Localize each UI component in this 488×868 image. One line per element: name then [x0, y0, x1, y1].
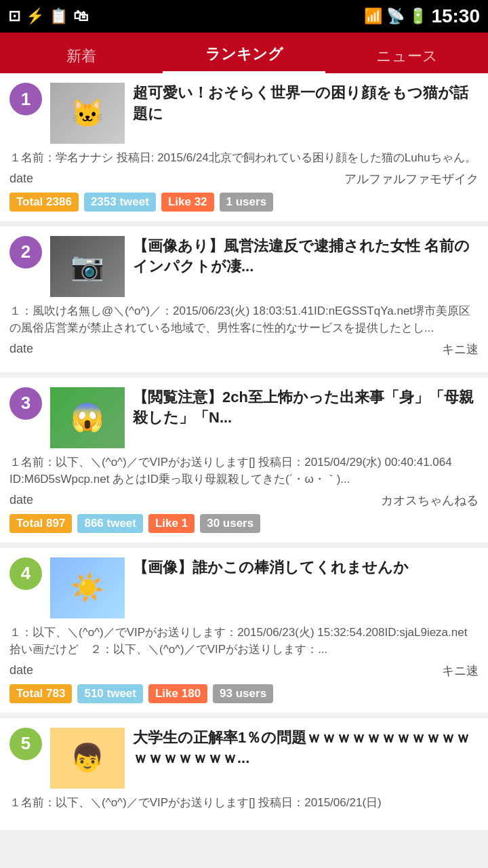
article-list: 1 🐱 超可愛い！おそらく世界一の困り顔をもつ猫が話題に １名前：学名ナナシ 投… — [0, 73, 488, 830]
article-source: キニ速 — [442, 341, 479, 357]
article-header: 1 🐱 超可愛い！おそらく世界一の困り顔をもつ猫が話題に — [9, 83, 479, 144]
article-body: １：以下、＼(^o^)／でVIPがお送りします：2015/06/23(火) 15… — [9, 624, 479, 658]
tab-ranking[interactable]: ランキング — [163, 44, 325, 73]
battery-icon: 🔋 — [409, 7, 427, 25]
article-header: 4 ☀️ 【画像】誰かこの棒消してくれませんか — [9, 557, 479, 618]
tag: 510 tweet — [77, 684, 143, 703]
article-title: 【画像】誰かこの棒消してくれませんか — [133, 557, 479, 618]
status-icons-right: 📶 📡 🔋 15:30 — [364, 5, 480, 27]
article-thumbnail: ☀️ — [50, 557, 125, 618]
article-meta: date アルファルファモザイク — [9, 171, 479, 187]
article-card-5[interactable]: 5 👦 大学生の正解率1％の問題ｗｗｗｗｗｗｗｗｗｗｗｗｗｗｗｗｗｗ... １名… — [0, 718, 488, 831]
rank-badge: 5 — [9, 728, 42, 760]
signal-icon: 📡 — [386, 7, 405, 25]
tag: 2353 tweet — [84, 193, 156, 212]
article-date: date — [9, 342, 33, 356]
article-date: date — [9, 663, 33, 677]
article-source: キニ速 — [442, 663, 479, 679]
rank-badge: 3 — [9, 387, 42, 420]
article-thumbnail: 👦 — [50, 728, 125, 789]
article-meta: date カオスちゃんねる — [9, 492, 479, 509]
status-icons-left: ⊡ ⚡ 📋 🛍 — [8, 7, 88, 25]
tag: Like 1 — [148, 514, 195, 533]
tag: Like 180 — [148, 684, 207, 703]
tag: Total 783 — [9, 684, 72, 703]
article-body: １名前：以下、＼(^o^)／でVIPがお送りします[] 投稿日：2015/06/… — [9, 794, 479, 812]
clipboard-icon: 📋 — [49, 7, 68, 25]
tag: 30 users — [200, 514, 260, 533]
article-thumbnail: 🐱 — [50, 83, 125, 144]
article-thumbnail: 📷 — [50, 236, 125, 297]
article-tags: Total 897866 tweetLike 130 users — [9, 514, 479, 533]
article-card-1[interactable]: 1 🐱 超可愛い！おそらく世界一の困り顔をもつ猫が話題に １名前：学名ナナシ 投… — [0, 73, 488, 221]
article-card-3[interactable]: 3 😱 【閲覧注意】2ch至上怖かった出来事「身」「母親殺した」「N... １名… — [0, 378, 488, 542]
article-header: 2 📷 【画像あり】風営法違反で逮捕された女性 名前のインパクトが凄... — [9, 236, 479, 297]
article-header: 3 😱 【閲覧注意】2ch至上怖かった出来事「身」「母親殺した」「N... — [9, 387, 479, 448]
tag: 1 users — [220, 193, 274, 212]
status-bar: ⊡ ⚡ 📋 🛍 📶 📡 🔋 15:30 — [0, 0, 488, 33]
tab-new[interactable]: 新着 — [0, 46, 163, 73]
article-card-2[interactable]: 2 📷 【画像あり】風営法違反で逮捕された女性 名前のインパクトが凄... １：… — [0, 226, 488, 372]
bag-icon: 🛍 — [73, 7, 88, 25]
article-tags: Total 23862353 tweetLike 321 users — [9, 193, 479, 212]
article-body: １名前：以下、＼(^o^)／でVIPがお送りします[] 投稿日：2015/04/… — [9, 454, 479, 488]
article-title: 大学生の正解率1％の問題ｗｗｗｗｗｗｗｗｗｗｗｗｗｗｗｗｗｗ... — [133, 728, 479, 789]
tag: Like 32 — [161, 193, 214, 212]
article-card-4[interactable]: 4 ☀️ 【画像】誰かこの棒消してくれませんか １：以下、＼(^o^)／でVIP… — [0, 548, 488, 713]
rank-badge: 2 — [9, 236, 42, 269]
wifi-icon: 📶 — [364, 7, 382, 25]
article-title: 【画像あり】風営法違反で逮捕された女性 名前のインパクトが凄... — [133, 236, 479, 297]
article-meta: date キニ速 — [9, 663, 479, 679]
article-title: 超可愛い！おそらく世界一の困り顔をもつ猫が話題に — [133, 83, 479, 144]
article-thumbnail: 😱 — [50, 387, 125, 448]
tag: 93 users — [213, 684, 273, 703]
article-body: １：風吹け名無し@＼(^o^)／：2015/06/23(火) 18:03:51.… — [9, 302, 479, 337]
rank-badge: 1 — [9, 83, 42, 115]
article-source: カオスちゃんねる — [381, 492, 479, 509]
article-meta: date キニ速 — [9, 341, 479, 357]
status-time: 15:30 — [431, 5, 480, 27]
article-source: アルファルファモザイク — [344, 171, 479, 187]
tag: Total 897 — [9, 514, 72, 533]
rank-badge: 4 — [9, 557, 42, 590]
article-header: 5 👦 大学生の正解率1％の問題ｗｗｗｗｗｗｗｗｗｗｗｗｗｗｗｗｗｗ... — [9, 728, 479, 789]
article-title: 【閲覧注意】2ch至上怖かった出来事「身」「母親殺した」「N... — [133, 387, 479, 448]
android-icon: ⊡ — [8, 7, 20, 25]
top-navigation: 新着 ランキング ニュース — [0, 33, 488, 73]
article-date: date — [9, 493, 33, 507]
tag: Total 2386 — [9, 193, 79, 212]
article-tags: Total 783510 tweetLike 18093 users — [9, 684, 479, 703]
usb-icon: ⚡ — [26, 7, 44, 25]
tag: 866 tweet — [77, 514, 143, 533]
article-body: １名前：学名ナナシ 投稿日: 2015/6/24北京で飼われている困り顔をした猫… — [9, 149, 479, 167]
tab-news[interactable]: ニュース — [325, 46, 488, 73]
article-date: date — [9, 172, 33, 186]
